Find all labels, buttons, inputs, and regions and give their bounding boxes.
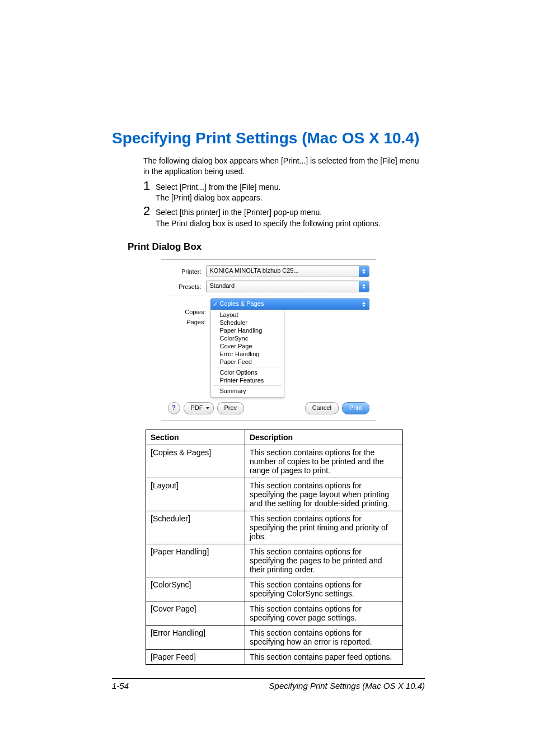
- table-row: [Paper Handling]This section contains op…: [146, 544, 403, 577]
- cell-section: [Paper Handling]: [146, 544, 245, 577]
- pages-label: Pages:: [168, 319, 206, 325]
- table-row: [Paper Feed]This section contains paper …: [146, 650, 403, 665]
- table-row: [Cover Page]This section contains option…: [146, 601, 403, 626]
- panel-item-cover-page[interactable]: Cover Page: [211, 342, 284, 350]
- step-2-secondary: The Print dialog box is used to specify …: [156, 218, 425, 230]
- panel-item-colorsync[interactable]: ColorSync: [211, 334, 284, 342]
- panel-item-summary[interactable]: Summary: [211, 387, 284, 395]
- panel-item-paper-feed[interactable]: Paper Feed: [211, 358, 284, 366]
- panel-item-printer-features[interactable]: Printer Features: [211, 376, 284, 384]
- copies-label: Copies:: [168, 309, 206, 315]
- panel-item-color-options[interactable]: Color Options: [211, 368, 284, 376]
- step-1: Select [Print...] from the [File] menu. …: [143, 182, 425, 204]
- table-row: [Copies & Pages]This section contains op…: [146, 445, 403, 478]
- presets-label: Presets:: [168, 283, 206, 290]
- preview-button[interactable]: Prev: [217, 402, 245, 414]
- cell-desc: This section contains options for the nu…: [245, 445, 403, 478]
- cell-desc: This section contains options for specif…: [245, 601, 403, 626]
- cell-section: [Paper Feed]: [146, 650, 245, 665]
- cell-desc: This section contains options for specif…: [245, 626, 403, 650]
- th-description: Description: [245, 430, 403, 445]
- print-dialog: Printer: KONICA MINOLTA bizhub C25... Pr…: [161, 259, 376, 421]
- updown-icon: [359, 266, 369, 277]
- cell-desc: This section contains options for specif…: [245, 511, 403, 544]
- table-row: [Scheduler]This section contains options…: [146, 511, 403, 544]
- cell-desc: This section contains paper feed options…: [245, 650, 403, 665]
- panel-menu: Layout Scheduler Paper Handling ColorSyn…: [210, 310, 284, 398]
- subheading: Print Dialog Box: [128, 241, 425, 253]
- cell-desc: This section contains options for specif…: [245, 478, 403, 511]
- cell-section: [Scheduler]: [146, 511, 245, 544]
- cell-section: [Cover Page]: [146, 601, 245, 626]
- printer-select-value: KONICA MINOLTA bizhub C25...: [210, 267, 299, 274]
- step-1-secondary: The [Print] dialog box appears.: [156, 193, 425, 204]
- updown-icon: [359, 299, 369, 309]
- step-2: Select [this printer] in the [Printer] p…: [143, 207, 425, 229]
- check-icon: ✓: [213, 300, 218, 309]
- panel-item-paper-handling[interactable]: Paper Handling: [211, 326, 284, 334]
- panel-popup[interactable]: ✓ Copies & Pages Layout Scheduler Paper …: [210, 298, 369, 398]
- cell-section: [Layout]: [146, 478, 245, 511]
- cell-section: [ColorSync]: [146, 577, 245, 601]
- panel-selected: Copies & Pages: [220, 300, 264, 307]
- help-button[interactable]: ?: [168, 402, 180, 414]
- page-footer: 1-54 Specifying Print Settings (Mac OS X…: [112, 678, 425, 690]
- updown-icon: [359, 281, 369, 292]
- step-2-primary: Select [this printer] in the [Printer] p…: [156, 207, 425, 218]
- footer-page-number: 1-54: [112, 681, 129, 690]
- menu-separator: [213, 385, 282, 386]
- menu-separator: [213, 367, 282, 367]
- cell-desc: This section contains options for specif…: [245, 544, 403, 577]
- panel-item-scheduler[interactable]: Scheduler: [211, 319, 284, 326]
- reference-table: Section Description [Copies & Pages]This…: [146, 430, 403, 665]
- step-1-primary: Select [Print...] from the [File] menu.: [156, 182, 425, 193]
- print-button[interactable]: Print: [342, 402, 369, 414]
- table-row: [Error Handling]This section contains op…: [146, 626, 403, 650]
- steps-list: Select [Print...] from the [File] menu. …: [143, 182, 425, 229]
- presets-select[interactable]: Standard: [206, 281, 369, 292]
- cell-desc: This section contains options for specif…: [245, 577, 403, 601]
- panel-item-error-handling[interactable]: Error Handling: [211, 350, 284, 358]
- cancel-button[interactable]: Cancel: [305, 402, 339, 414]
- printer-label: Printer:: [168, 268, 206, 275]
- table-row: [ColorSync]This section contains options…: [146, 577, 403, 601]
- panel-item-layout[interactable]: Layout: [211, 311, 284, 319]
- pdf-button[interactable]: PDF: [184, 402, 214, 414]
- cell-section: [Copies & Pages]: [146, 445, 245, 478]
- cell-section: [Error Handling]: [146, 626, 245, 650]
- table-row: [Layout]This section contains options fo…: [146, 478, 403, 511]
- th-section: Section: [146, 430, 245, 445]
- intro-paragraph: The following dialog box appears when [P…: [143, 156, 425, 178]
- presets-select-value: Standard: [210, 282, 235, 289]
- printer-select[interactable]: KONICA MINOLTA bizhub C25...: [206, 265, 369, 277]
- footer-title: Specifying Print Settings (Mac OS X 10.4…: [269, 681, 425, 690]
- page-title: Specifying Print Settings (Mac OS X 10.4…: [112, 129, 425, 148]
